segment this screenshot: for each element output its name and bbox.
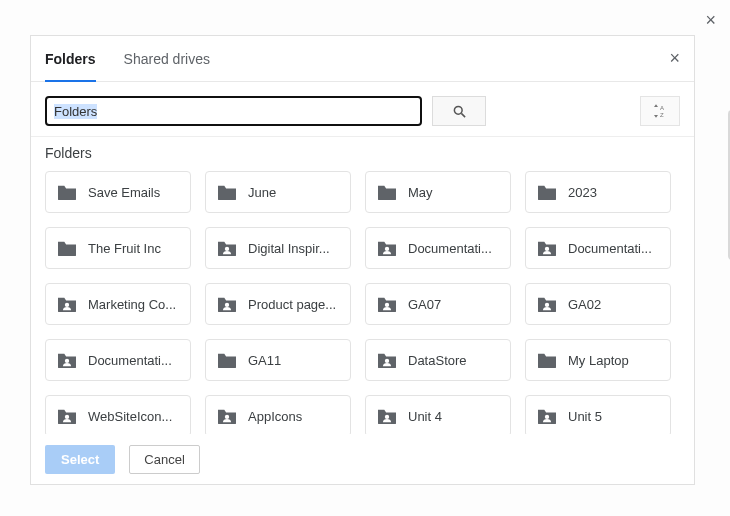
folder-icon (376, 183, 398, 201)
svg-point-10 (545, 303, 549, 307)
search-icon (452, 104, 467, 119)
shared-folder-icon (56, 351, 78, 369)
folder-name: Documentati... (408, 241, 492, 256)
folder-name: GA07 (408, 297, 441, 312)
dialog-close-icon[interactable]: × (669, 48, 680, 69)
folder-item[interactable]: Documentati... (45, 339, 191, 381)
folder-name: Marketing Co... (88, 297, 176, 312)
folder-name: Documentati... (568, 241, 652, 256)
folder-name: Digital Inspir... (248, 241, 330, 256)
search-row: A Z (31, 82, 694, 137)
shared-folder-icon (216, 407, 238, 425)
svg-point-15 (385, 415, 389, 419)
folder-name: GA02 (568, 297, 601, 312)
section-title: Folders (31, 137, 694, 165)
folder-name: 2023 (568, 185, 597, 200)
shared-folder-icon (536, 295, 558, 313)
folder-item[interactable]: GA07 (365, 283, 511, 325)
shared-folder-icon (56, 407, 78, 425)
shared-folder-icon (376, 407, 398, 425)
shared-folder-icon (536, 239, 558, 257)
search-input[interactable] (45, 96, 422, 126)
folder-name: Unit 5 (568, 409, 602, 424)
folder-item[interactable]: The Fruit Inc (45, 227, 191, 269)
search-button[interactable] (432, 96, 486, 126)
folder-item[interactable]: May (365, 171, 511, 213)
folder-item[interactable]: Documentati... (365, 227, 511, 269)
svg-point-9 (385, 303, 389, 307)
results-area: Folders Save EmailsJuneMay2023The Fruit … (31, 137, 694, 434)
folder-name: Product page... (248, 297, 336, 312)
folder-item[interactable]: 2023 (525, 171, 671, 213)
svg-point-12 (385, 359, 389, 363)
folder-item[interactable]: My Laptop (525, 339, 671, 381)
folder-icon (56, 239, 78, 257)
folder-item[interactable]: Unit 5 (525, 395, 671, 434)
shared-folder-icon (216, 239, 238, 257)
folder-item[interactable]: Product page... (205, 283, 351, 325)
folder-name: AppIcons (248, 409, 302, 424)
svg-text:Z: Z (660, 112, 664, 118)
folder-name: My Laptop (568, 353, 629, 368)
svg-point-11 (65, 359, 69, 363)
folder-name: Unit 4 (408, 409, 442, 424)
folder-name: Save Emails (88, 185, 160, 200)
folder-item[interactable]: Marketing Co... (45, 283, 191, 325)
folder-picker-dialog: Folders Shared drives × A Z Folders (30, 35, 695, 485)
folder-icon (536, 351, 558, 369)
svg-point-6 (545, 247, 549, 251)
shared-folder-icon (56, 295, 78, 313)
folder-item[interactable]: Unit 4 (365, 395, 511, 434)
folder-grid: Save EmailsJuneMay2023The Fruit IncDigit… (31, 165, 694, 434)
tabs-row: Folders Shared drives × (31, 36, 694, 82)
svg-point-13 (65, 415, 69, 419)
svg-point-4 (225, 247, 229, 251)
cancel-button[interactable]: Cancel (129, 445, 199, 474)
folder-item[interactable]: Save Emails (45, 171, 191, 213)
folder-item[interactable]: WebSiteIcon... (45, 395, 191, 434)
folder-item[interactable]: DataStore (365, 339, 511, 381)
svg-point-7 (65, 303, 69, 307)
folder-item[interactable]: Digital Inspir... (205, 227, 351, 269)
folder-icon (56, 183, 78, 201)
dialog-footer: Select Cancel (31, 434, 694, 484)
shared-folder-icon (376, 351, 398, 369)
folder-icon (536, 183, 558, 201)
folder-name: The Fruit Inc (88, 241, 161, 256)
folder-name: GA11 (248, 353, 281, 368)
sort-az-icon: A Z (652, 104, 668, 118)
shared-folder-icon (376, 239, 398, 257)
svg-point-14 (225, 415, 229, 419)
folder-icon (216, 351, 238, 369)
folder-name: WebSiteIcon... (88, 409, 172, 424)
svg-point-16 (545, 415, 549, 419)
folder-name: June (248, 185, 276, 200)
select-button[interactable]: Select (45, 445, 115, 474)
folder-item[interactable]: June (205, 171, 351, 213)
folder-item[interactable]: GA11 (205, 339, 351, 381)
svg-point-0 (454, 106, 462, 114)
sort-button[interactable]: A Z (640, 96, 680, 126)
tab-folders[interactable]: Folders (45, 36, 96, 82)
folder-item[interactable]: GA02 (525, 283, 671, 325)
folder-item[interactable]: Documentati... (525, 227, 671, 269)
folder-icon (216, 183, 238, 201)
folder-name: Documentati... (88, 353, 172, 368)
svg-line-1 (461, 113, 465, 117)
shared-folder-icon (216, 295, 238, 313)
close-icon[interactable]: × (705, 10, 716, 31)
folder-name: DataStore (408, 353, 467, 368)
tab-shared-drives[interactable]: Shared drives (124, 36, 210, 82)
svg-point-5 (385, 247, 389, 251)
shared-folder-icon (376, 295, 398, 313)
folder-item[interactable]: AppIcons (205, 395, 351, 434)
svg-text:A: A (660, 105, 664, 111)
shared-folder-icon (536, 407, 558, 425)
svg-point-8 (225, 303, 229, 307)
folder-name: May (408, 185, 433, 200)
